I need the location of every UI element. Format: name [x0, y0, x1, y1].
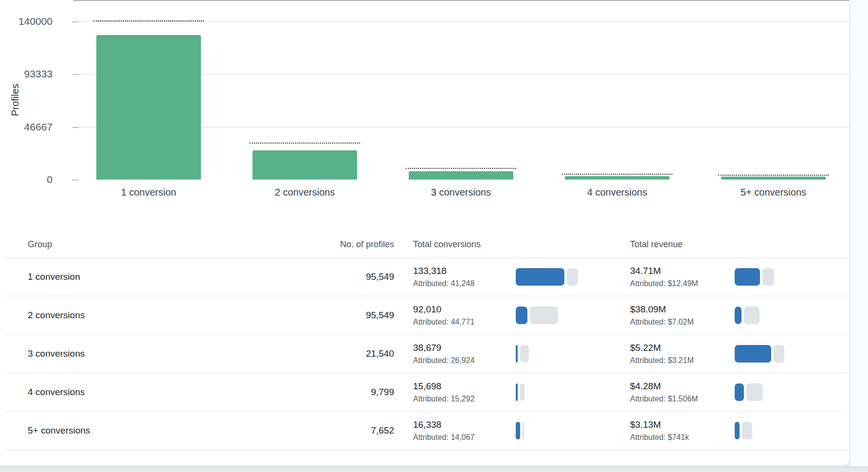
mini-bar [735, 307, 760, 324]
metric-block: $4.28MAttributed: $1.506M [630, 381, 698, 404]
conversions-bar-cell [516, 296, 558, 334]
dotted-benchmark-line [250, 143, 360, 144]
conversion-groups-table: Group No. of profiles Total conversions … [6, 228, 847, 450]
metric-attributed: Attributed: $3.21M [630, 355, 694, 365]
cell-text: 95,549 [366, 310, 394, 321]
group-cell: 1 conversion [28, 258, 80, 296]
chart-bar-1-conversion[interactable] [96, 35, 201, 180]
profiles-bar-chart: Profiles 140000933334666701 conversion2 … [0, 0, 850, 204]
mini-bar [516, 307, 558, 324]
mini-bar [735, 345, 784, 363]
metric-total: 38,679 [413, 342, 474, 354]
metric-total: $3.13M [630, 419, 689, 431]
y-tick-label: 46667 [0, 121, 53, 133]
revenue-bar-cell [735, 373, 763, 411]
mini-bar-track-segment [520, 345, 529, 363]
chart-bar-2-conversions[interactable] [253, 150, 357, 180]
group-cell: 3 conversions [28, 335, 85, 373]
chart-bar-3-conversions[interactable] [409, 171, 513, 180]
cell-text: 4 conversions [28, 387, 85, 398]
metric-attributed: Attributed: $12.49M [630, 278, 698, 289]
table-row: 3 conversions21,54038,679Attributed: 26,… [6, 335, 847, 373]
group-cell: 2 conversions [28, 296, 85, 334]
column-header-group: Group [28, 239, 52, 250]
cell-text: 21,540 [366, 348, 394, 359]
metric-total: 15,698 [413, 381, 474, 392]
metric-block: 15,698Attributed: 15,292 [413, 381, 474, 404]
mini-bar-track-segment [744, 307, 760, 324]
dotted-benchmark-line [562, 174, 672, 175]
x-tick-label: 4 conversions [539, 187, 695, 198]
x-tick-label: 1 conversion [71, 187, 227, 198]
metric-attributed: Attributed: 14,067 [413, 432, 474, 442]
mini-bar-attributed-segment [735, 383, 744, 401]
mini-bar-track-segment [774, 345, 784, 363]
mini-bar-attributed-segment [735, 268, 760, 286]
metric-attributed: Attributed: 26,924 [413, 355, 474, 365]
metric-total: 92,010 [413, 304, 474, 315]
metric-total: 16,338 [413, 419, 474, 431]
profiles-cell: 95,549 [248, 296, 394, 334]
mini-bar [516, 345, 529, 363]
revenue-bar-cell [735, 296, 760, 334]
x-axis-line [73, 0, 849, 1]
table-row: 2 conversions95,54992,010Attributed: 44,… [6, 296, 847, 335]
metric-total: 133,318 [413, 265, 474, 277]
axis-tick [72, 74, 79, 75]
y-tick-label: 93333 [0, 68, 53, 80]
metric-total: $38.09M [630, 304, 694, 315]
metric-attributed: Attributed: 44,771 [413, 317, 474, 327]
metric-block: $38.09MAttributed: $7.02M [630, 304, 694, 327]
cell-text: 7,652 [371, 425, 394, 436]
revenue-bar-cell [735, 412, 752, 450]
x-tick-label: 3 conversions [383, 187, 539, 198]
cell-text: 9,799 [371, 387, 394, 398]
conversions-cell: 15,698Attributed: 15,292 [413, 373, 474, 411]
mini-bar-attributed-segment [735, 307, 741, 324]
metric-total: $5.22M [630, 342, 694, 354]
table-row: 4 conversions9,79915,698Attributed: 15,2… [6, 373, 847, 412]
conversions-bar-cell [516, 412, 524, 450]
mini-bar-track-segment [523, 422, 524, 439]
revenue-bar-cell [735, 258, 774, 296]
metric-block: 92,010Attributed: 44,771 [413, 304, 474, 327]
chart-bar-4-conversions[interactable] [565, 176, 669, 180]
metric-block: 38,679Attributed: 26,924 [413, 342, 474, 365]
mini-bar-attributed-segment [516, 422, 520, 439]
mini-bar-attributed-segment [516, 307, 527, 324]
mini-bar-track-segment [530, 307, 558, 324]
metric-attributed: Attributed: $741k [630, 432, 689, 442]
mini-bar-attributed-segment [735, 422, 740, 439]
y-tick-label: 0 [0, 174, 53, 185]
revenue-cell: $3.13MAttributed: $741k [630, 412, 689, 450]
conversions-cell: 133,318Attributed: 41,248 [413, 258, 474, 296]
mini-bar-track-segment [742, 422, 752, 439]
table-row: 1 conversion95,549133,318Attributed: 41,… [6, 258, 847, 296]
conversions-cell: 16,338Attributed: 14,067 [413, 412, 474, 450]
mini-bar [516, 422, 524, 439]
profiles-cell: 95,549 [248, 258, 394, 296]
metric-attributed: Attributed: $7.02M [630, 317, 694, 327]
gridline [77, 21, 849, 22]
group-cell: 4 conversions [28, 373, 85, 411]
metric-attributed: Attributed: $1.506M [630, 394, 698, 404]
axis-tick [72, 180, 79, 181]
group-cell: 5+ conversions [28, 412, 90, 450]
mini-bar-track-segment [567, 268, 578, 286]
mini-bar [735, 268, 774, 286]
table-body: 1 conversion95,549133,318Attributed: 41,… [6, 258, 847, 450]
x-tick-label: 5+ conversions [695, 187, 851, 198]
mini-bar-attributed-segment [516, 345, 518, 363]
mini-bar-attributed-segment [516, 268, 564, 286]
column-header-profiles: No. of profiles [248, 239, 394, 250]
revenue-cell: $4.28MAttributed: $1.506M [630, 373, 698, 411]
mini-bar [516, 383, 524, 401]
chart-bar-5+-conversions[interactable] [721, 177, 826, 180]
conversions-bar-cell [516, 258, 578, 296]
dotted-benchmark-line [718, 175, 829, 176]
mini-bar-track-segment [746, 383, 763, 401]
mini-bar [735, 422, 752, 439]
mini-bar-track-segment [520, 383, 524, 401]
metric-attributed: Attributed: 15,292 [413, 394, 474, 404]
y-tick-label: 140000 [0, 16, 53, 27]
